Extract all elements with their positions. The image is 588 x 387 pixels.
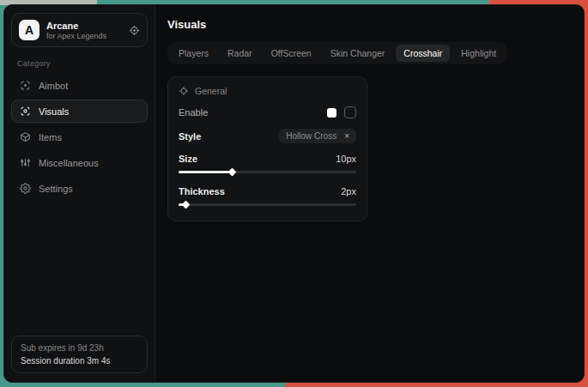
style-select[interactable]: Hollow Cross × xyxy=(279,129,356,143)
sidebar-item-label: Aimbot xyxy=(39,81,68,91)
sidebar-item-label: Items xyxy=(39,132,62,142)
sub-expires-text: Sub expires in 9d 23h xyxy=(21,343,138,353)
page-title: Visuals xyxy=(167,18,572,31)
crosshair-icon xyxy=(20,80,31,91)
thickness-row: Thickness 2px xyxy=(179,186,356,197)
app-name: Arcane xyxy=(46,21,106,31)
scope-icon xyxy=(179,86,189,96)
thickness-label: Thickness xyxy=(179,186,225,197)
sidebar-item-label: Miscellaneous xyxy=(39,158,99,168)
sliders-icon xyxy=(20,157,31,168)
session-duration-text: Session duration 3m 4s xyxy=(21,356,138,366)
eye-scan-icon xyxy=(20,106,31,117)
app-header-text: Arcane for Apex Legends xyxy=(46,21,106,40)
slider-track xyxy=(179,203,356,206)
sidebar: A Arcane for Apex Legends Category xyxy=(4,5,155,382)
tab-bar: Players Radar OffScreen Skin Changer Cro… xyxy=(167,42,507,64)
tab-offscreen[interactable]: OffScreen xyxy=(264,45,319,62)
tab-skin-changer[interactable]: Skin Changer xyxy=(323,45,393,62)
tab-highlight[interactable]: Highlight xyxy=(453,45,504,62)
sidebar-item-label: Visuals xyxy=(39,106,69,117)
app-header-card: A Arcane for Apex Legends xyxy=(11,13,148,47)
style-value: Hollow Cross xyxy=(286,131,336,141)
cube-icon xyxy=(20,131,31,142)
main-content: Visuals Players Radar OffScreen Skin Cha… xyxy=(155,5,584,382)
app-subtitle: for Apex Legends xyxy=(46,32,106,40)
sidebar-item-label: Settings xyxy=(39,184,73,194)
clear-icon[interactable]: × xyxy=(344,132,349,141)
subscription-card: Sub expires in 9d 23h Session duration 3… xyxy=(11,336,148,373)
general-panel: General Enable Style Hollow Cross × Size… xyxy=(167,76,367,221)
app-window: A Arcane for Apex Legends Category xyxy=(3,4,585,383)
style-row: Style Hollow Cross × xyxy=(179,129,356,143)
sidebar-item-aimbot[interactable]: Aimbot xyxy=(11,74,148,97)
tab-crosshair[interactable]: Crosshair xyxy=(396,45,450,62)
gear-icon xyxy=(20,183,31,194)
slider-fill xyxy=(179,171,232,173)
sidebar-item-items[interactable]: Items xyxy=(11,125,148,148)
style-label: Style xyxy=(179,131,201,142)
enable-label: Enable xyxy=(179,107,208,118)
tab-radar[interactable]: Radar xyxy=(220,45,260,62)
enable-row: Enable xyxy=(179,106,356,118)
thickness-slider[interactable] xyxy=(179,201,356,209)
color-swatch[interactable] xyxy=(327,108,336,118)
target-icon[interactable] xyxy=(129,25,140,36)
size-value: 10px xyxy=(336,154,356,164)
app-logo: A xyxy=(19,20,39,40)
size-row: Size 10px xyxy=(179,154,356,164)
panel-header: General xyxy=(179,86,356,96)
size-label: Size xyxy=(179,154,197,164)
panel-title: General xyxy=(195,86,227,96)
size-slider[interactable] xyxy=(179,168,356,176)
enable-checkbox[interactable] xyxy=(344,106,356,118)
sidebar-nav: Aimbot Visuals Items xyxy=(11,74,148,200)
sidebar-item-visuals[interactable]: Visuals xyxy=(11,100,148,123)
slider-thumb[interactable] xyxy=(182,201,191,209)
thickness-value: 2px xyxy=(341,186,356,197)
category-label: Category xyxy=(17,59,142,68)
tab-players[interactable]: Players xyxy=(171,45,216,62)
sidebar-item-settings[interactable]: Settings xyxy=(11,177,148,200)
sidebar-item-miscellaneous[interactable]: Miscellaneous xyxy=(11,151,148,174)
slider-thumb[interactable] xyxy=(228,168,237,177)
